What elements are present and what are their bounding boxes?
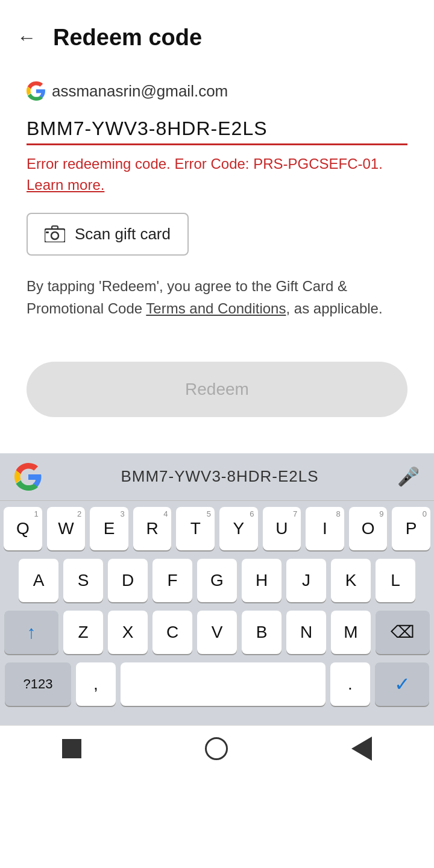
key-h[interactable]: H: [242, 559, 281, 602]
nav-bar: [0, 725, 434, 772]
key-r[interactable]: 4R: [133, 507, 172, 550]
redeem-button[interactable]: Redeem: [27, 362, 407, 417]
code-input-container[interactable]: [27, 118, 407, 145]
keyboard-suggestion-text: BMM7-YWV3-8HDR-E2LS: [42, 467, 397, 486]
header: ← Redeem code: [0, 0, 434, 63]
key-y[interactable]: 6Y: [219, 507, 258, 550]
key-d[interactable]: D: [108, 559, 148, 602]
svg-point-1: [51, 232, 58, 239]
key-u[interactable]: 7U: [263, 507, 301, 550]
key-f[interactable]: F: [153, 559, 192, 602]
key-e[interactable]: 3E: [90, 507, 128, 550]
suggestion-bar: BMM7-YWV3-8HDR-E2LS 🎤: [0, 453, 434, 501]
key-b[interactable]: B: [242, 611, 281, 654]
key-v[interactable]: V: [197, 611, 237, 654]
enter-key[interactable]: ✓: [375, 662, 429, 706]
key-g[interactable]: G: [197, 559, 237, 602]
key-o[interactable]: 9O: [349, 507, 388, 550]
nav-home-button[interactable]: [205, 737, 228, 760]
key-a[interactable]: A: [19, 559, 58, 602]
numbers-key[interactable]: ?123: [5, 662, 71, 706]
key-t[interactable]: 5T: [176, 507, 215, 550]
backspace-key[interactable]: ⌫: [376, 611, 430, 654]
back-button[interactable]: ←: [12, 24, 41, 51]
redeem-section: Redeem: [0, 356, 434, 435]
google-logo-icon: [27, 81, 46, 101]
key-z[interactable]: Z: [63, 611, 103, 654]
content-area: assmanasrin@gmail.com Error redeeming co…: [0, 63, 434, 356]
svg-rect-3: [46, 231, 49, 233]
svg-rect-0: [45, 229, 65, 242]
error-message: Error redeeming code. Error Code: PRS-PG…: [27, 154, 407, 196]
keyboard-google-logo-icon: [14, 463, 42, 491]
scan-gift-card-label: Scan gift card: [75, 225, 171, 244]
key-m[interactable]: M: [331, 611, 371, 654]
account-email: assmanasrin@gmail.com: [52, 82, 228, 101]
camera-icon: [45, 225, 65, 242]
nav-back-button[interactable]: [351, 737, 372, 761]
nav-recent-button[interactable]: [62, 739, 81, 758]
key-k[interactable]: K: [331, 559, 371, 602]
key-i[interactable]: 8I: [306, 507, 344, 550]
shift-key[interactable]: ↑: [4, 611, 58, 654]
key-x[interactable]: X: [108, 611, 148, 654]
key-q[interactable]: 1Q: [4, 507, 42, 550]
key-j[interactable]: J: [286, 559, 326, 602]
keyboard-row-1: 1Q 2W 3E 4R 5T 6Y 7U 8I 9O 0P: [4, 507, 430, 550]
svg-rect-2: [52, 226, 58, 229]
key-l[interactable]: L: [376, 559, 415, 602]
microphone-icon[interactable]: 🎤: [397, 466, 420, 487]
keyboard: 1Q 2W 3E 4R 5T 6Y 7U 8I 9O 0P A S D F G …: [0, 501, 434, 706]
keyboard-container: BMM7-YWV3-8HDR-E2LS 🎤 1Q 2W 3E 4R 5T 6Y …: [0, 453, 434, 725]
key-s[interactable]: S: [63, 559, 103, 602]
learn-more-link[interactable]: Learn more.: [27, 177, 104, 193]
scan-gift-card-button[interactable]: Scan gift card: [27, 213, 189, 256]
keyboard-row-3: ↑ Z X C V B N M ⌫: [4, 611, 430, 654]
key-w[interactable]: 2W: [47, 507, 86, 550]
comma-key[interactable]: ,: [76, 662, 116, 706]
period-key[interactable]: .: [330, 662, 370, 706]
page-title: Redeem code: [53, 25, 202, 51]
keyboard-row-2: A S D F G H J K L: [4, 559, 430, 602]
code-input[interactable]: [27, 118, 407, 145]
terms-link[interactable]: Terms and Conditions: [146, 300, 286, 316]
terms-text: By tapping 'Redeem', you agree to the Gi…: [27, 275, 407, 319]
account-row: assmanasrin@gmail.com: [27, 81, 407, 101]
key-n[interactable]: N: [286, 611, 326, 654]
space-key[interactable]: [121, 662, 326, 706]
keyboard-row-4: ?123 , . ✓: [4, 662, 430, 706]
key-c[interactable]: C: [153, 611, 192, 654]
key-p[interactable]: 0P: [392, 507, 430, 550]
